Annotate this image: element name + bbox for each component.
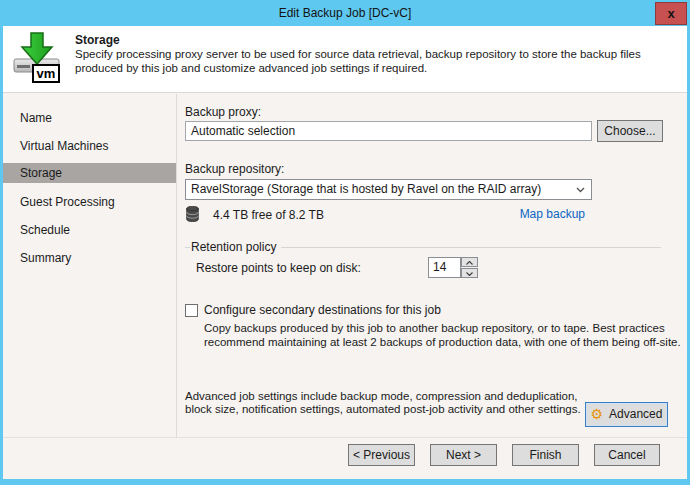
sidebar-item-summary[interactable]: Summary <box>3 248 176 268</box>
chevron-down-icon <box>572 180 588 199</box>
secondary-destinations-desc-line2: recommend maintaining at least 2 backups… <box>204 336 681 349</box>
step-description: Specify processing proxy server to be us… <box>75 48 679 75</box>
advanced-button[interactable]: ⚙Advanced <box>585 402 668 427</box>
spinner-up-button[interactable] <box>461 257 478 267</box>
sidebar-item-storage[interactable]: Storage <box>3 163 176 183</box>
secondary-destinations-checkbox[interactable] <box>185 304 198 317</box>
sidebar-item-name[interactable]: Name <box>3 108 176 128</box>
repository-free-space: 4.4 TB free of 8.2 TB <box>213 208 324 222</box>
titlebar: Edit Backup Job [DC-vC] <box>0 0 690 26</box>
window-title: Edit Backup Job [DC-vC] <box>0 0 690 26</box>
restore-points-label: Restore points to keep on disk: <box>196 261 361 275</box>
gear-icon: ⚙ <box>591 406 604 422</box>
backup-repository-selected-option: RavelStorage (Storage that is hosted by … <box>191 182 541 196</box>
finish-button[interactable]: Finish <box>512 444 579 466</box>
choose-proxy-button[interactable]: Choose... <box>597 120 663 142</box>
spinner-down-button[interactable] <box>461 268 478 278</box>
sidebar-divider <box>176 94 177 437</box>
cancel-button[interactable]: Cancel <box>594 444 660 466</box>
retention-group-label: Retention policy <box>190 240 281 254</box>
edit-backup-job-dialog: Edit Backup Job [DC-vC] x vm Storage Spe… <box>0 0 690 485</box>
step-title: Storage <box>75 33 120 47</box>
advanced-note-line1: Advanced job settings include backup mod… <box>185 390 578 403</box>
restore-points-input[interactable]: 14 <box>428 257 461 278</box>
close-icon: x <box>667 6 674 21</box>
previous-button[interactable]: < Previous <box>348 444 415 466</box>
backup-job-vm-icon: vm <box>13 32 61 84</box>
backup-proxy-label: Backup proxy: <box>185 105 261 119</box>
map-backup-link[interactable]: Map backup <box>505 207 585 221</box>
close-button[interactable]: x <box>655 2 687 25</box>
spinner-down-icon <box>466 272 473 276</box>
advanced-button-label: Advanced <box>609 407 662 421</box>
sidebar-item-virtual-machines[interactable]: Virtual Machines <box>3 136 176 156</box>
database-icon <box>186 206 199 222</box>
window-border-bottom <box>0 479 690 485</box>
svg-text:vm: vm <box>37 66 56 81</box>
advanced-note-line2: block size, notification settings, autom… <box>185 403 581 416</box>
sidebar-item-guest-processing[interactable]: Guest Processing <box>3 192 176 212</box>
spinner-up-icon <box>466 261 473 265</box>
backup-repository-select[interactable]: RavelStorage (Storage that is hosted by … <box>185 179 592 200</box>
next-button[interactable]: Next > <box>430 444 497 466</box>
sidebar-item-schedule[interactable]: Schedule <box>3 220 176 240</box>
backup-repository-label: Backup repository: <box>185 162 284 176</box>
secondary-destinations-desc-line1: Copy backups produced by this job to ano… <box>204 322 665 335</box>
footer-separator <box>3 437 687 438</box>
wizard-header: vm Storage Specify processing proxy serv… <box>3 26 687 93</box>
secondary-destinations-label[interactable]: Configure secondary destinations for thi… <box>204 303 441 317</box>
backup-proxy-field[interactable]: Automatic selection <box>185 121 592 141</box>
